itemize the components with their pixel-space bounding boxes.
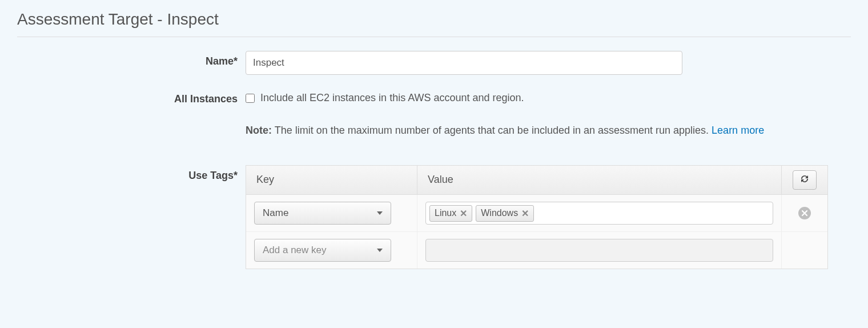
- tag-key-select[interactable]: Name: [254, 202, 391, 225]
- all-instances-checkbox[interactable]: [246, 94, 255, 103]
- tags-cell-value: [417, 232, 782, 269]
- tag-chip: Linux✕: [429, 205, 472, 222]
- all-instances-note: Note: The limit on the maximum number of…: [246, 125, 851, 137]
- note-bold: Note:: [246, 125, 272, 136]
- name-label: Name*: [17, 51, 246, 67]
- close-icon: [801, 210, 808, 217]
- tag-value-input[interactable]: Linux✕Windows✕: [425, 202, 773, 225]
- tags-cell-action: [782, 232, 827, 269]
- tag-value-input: [425, 239, 773, 262]
- tags-cell-key: Add a new key: [246, 232, 417, 269]
- form-row-all-instances: All Instances Include all EC2 instances …: [17, 89, 851, 137]
- close-icon[interactable]: ✕: [460, 208, 467, 219]
- form-row-use-tags: Use Tags* Key Value NameL: [17, 165, 851, 269]
- tags-cell-value: Linux✕Windows✕: [417, 195, 782, 231]
- tags-header-action: [782, 166, 827, 194]
- page-title: Assessment Target - Inspect: [17, 10, 851, 37]
- tags-header-value: Value: [417, 166, 782, 194]
- name-input[interactable]: [246, 51, 682, 75]
- dropdown-label: Add a new key: [263, 245, 327, 256]
- refresh-button[interactable]: [793, 170, 817, 190]
- tags-row: NameLinux✕Windows✕: [246, 195, 827, 232]
- tag-chip-label: Windows: [481, 208, 518, 218]
- tags-header-key: Key: [246, 166, 417, 194]
- remove-row-button[interactable]: [798, 207, 811, 219]
- note-text: The limit on the maximum number of agent…: [272, 125, 712, 136]
- all-instances-checkbox-label: Include all EC2 instances in this AWS ac…: [260, 92, 524, 104]
- form-row-name: Name*: [17, 51, 851, 75]
- close-icon[interactable]: ✕: [521, 208, 529, 219]
- chevron-down-icon: [377, 211, 383, 215]
- tags-cell-action: [782, 195, 827, 231]
- tags-row: Add a new key: [246, 232, 827, 269]
- tag-chip-label: Linux: [435, 208, 456, 218]
- all-instances-label: All Instances: [17, 89, 246, 105]
- chevron-down-icon: [377, 249, 383, 252]
- tag-key-add-select[interactable]: Add a new key: [254, 239, 391, 262]
- learn-more-link[interactable]: Learn more: [712, 125, 764, 136]
- tags-cell-key: Name: [246, 195, 417, 231]
- tag-chip: Windows✕: [476, 205, 534, 222]
- refresh-icon: [799, 174, 810, 186]
- tags-table-header: Key Value: [246, 166, 827, 195]
- use-tags-label: Use Tags*: [17, 165, 246, 182]
- dropdown-label: Name: [263, 207, 288, 219]
- tags-table: Key Value NameLinux✕Windows✕Add a new ke…: [246, 165, 828, 269]
